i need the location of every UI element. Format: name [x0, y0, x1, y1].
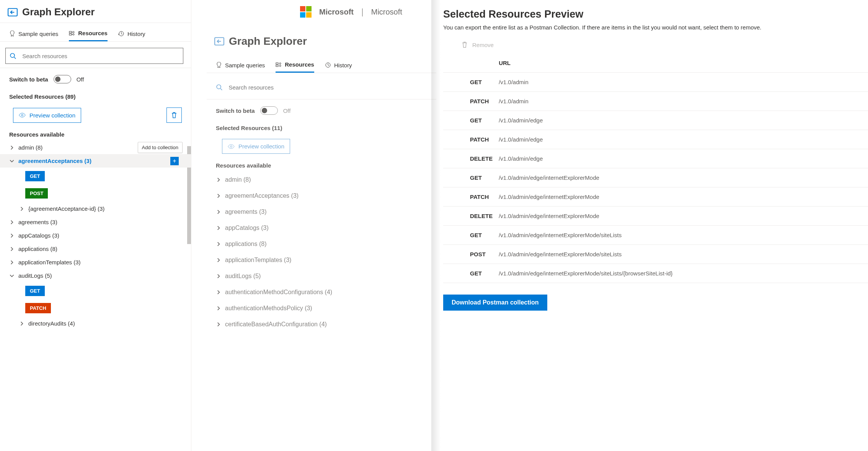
table-row[interactable]: PATCH/v1.0/admin/edge/internetExplorerMo… [443, 187, 868, 207]
remove-button[interactable]: Remove [443, 37, 868, 54]
panel-title: Graph Explorer [229, 35, 307, 47]
chevron-right-icon [216, 241, 221, 247]
svg-rect-13 [276, 65, 278, 67]
table-row[interactable]: GET/v1.0/admin [443, 73, 868, 92]
node-label: appCatalogs (3) [225, 225, 269, 231]
method-cell: PATCH [443, 92, 496, 111]
chevron-right-icon [216, 177, 221, 182]
selected-resources-title: Selected Resources (89) [0, 90, 191, 103]
tab-sample-queries: Sample queries [216, 61, 265, 73]
tree-node: authenticationMethodsPolicy (3) [207, 300, 436, 316]
tree-node[interactable]: applications (8) [0, 242, 191, 256]
tab-label: Sample queries [225, 62, 265, 68]
tree-node: auditLogs (5) [207, 268, 436, 284]
tree-node[interactable]: appCatalogs (3) [0, 229, 191, 242]
search-input[interactable] [16, 53, 179, 59]
url-cell: /v1.0/admin/edge/internetExplorerMode/si… [496, 226, 868, 245]
url-column-header: URL [496, 54, 868, 73]
chevron-right-icon [9, 233, 15, 238]
resources-tree: admin (8)agreementAcceptances (3)Add to … [0, 141, 191, 338]
url-cell: /v1.0/admin [496, 92, 868, 111]
table-row[interactable]: PATCH/v1.0/admin [443, 92, 868, 111]
tree-node: admin (8) [207, 172, 436, 188]
tab-resources[interactable]: Resources [69, 30, 108, 41]
tree-method-node[interactable]: POST [0, 185, 191, 202]
chevron-right-icon [19, 321, 24, 326]
beta-toggle-state: Off [77, 76, 84, 83]
button-label: Download Postman collection [452, 299, 539, 306]
chevron-right-icon [216, 274, 221, 279]
tree-node[interactable]: agreementAcceptances (3)Add to collectio… [0, 154, 191, 168]
tab-resources: Resources [276, 61, 314, 73]
tab-history: History [325, 61, 352, 73]
preview-title: Selected Resources Preview [443, 8, 868, 24]
tree-method-node[interactable]: GET [0, 282, 191, 300]
beta-toggle-state: Off [283, 107, 291, 114]
svg-point-8 [10, 54, 15, 58]
svg-point-4 [73, 34, 74, 35]
search-icon [216, 84, 222, 91]
download-postman-button[interactable]: Download Postman collection [443, 295, 547, 311]
node-label: agreementAcceptances (3) [225, 192, 299, 199]
table-row[interactable]: DELETE/v1.0/admin/edge [443, 149, 868, 168]
eye-icon [228, 144, 235, 149]
trash-icon [171, 112, 177, 119]
chevron-right-icon [216, 193, 221, 199]
rocket-icon [9, 31, 15, 37]
table-row[interactable]: POST/v1.0/admin/edge/internetExplorerMod… [443, 245, 868, 264]
delete-collection-button[interactable] [166, 107, 182, 123]
table-row[interactable]: GET/v1.0/admin/edge/internetExplorerMode… [443, 226, 868, 245]
tree-node: authenticationMethodConfigurations (4) [207, 284, 436, 300]
table-row[interactable]: GET/v1.0/admin/edge/internetExplorerMode [443, 168, 868, 187]
tree-method-node[interactable]: GET [0, 168, 191, 185]
url-cell: /v1.0/admin/edge/internetExplorerMode/si… [496, 264, 868, 283]
svg-point-17 [217, 85, 221, 89]
table-row[interactable]: GET/v1.0/admin/edge [443, 111, 868, 130]
method-cell: DELETE [443, 207, 496, 226]
beta-toggle [260, 106, 278, 115]
node-label: authenticationMethodConfigurations (4) [225, 289, 332, 296]
tree-node[interactable]: agreements (3) [0, 215, 191, 229]
table-row[interactable]: DELETE/v1.0/admin/edge/internetExplorerM… [443, 207, 868, 226]
node-label: directoryAudits (4) [28, 320, 75, 327]
url-cell: /v1.0/admin/edge/internetExplorerMode/si… [496, 245, 868, 264]
search-box[interactable] [5, 48, 183, 64]
method-cell: GET [443, 168, 496, 187]
tree-node[interactable]: directoryAudits (4) [0, 317, 191, 330]
tree-node[interactable]: applicationTemplates (3) [0, 256, 191, 269]
search-wrap [0, 42, 191, 68]
table-row[interactable]: GET/v1.0/admin/edge/internetExplorerMode… [443, 264, 868, 283]
preview-collection-button: Preview collection [222, 139, 290, 154]
node-label: auditLogs (5) [225, 273, 261, 280]
preview-collection-button[interactable]: Preview collection [13, 108, 81, 123]
add-tooltip: Add to collection [138, 142, 183, 153]
chevron-right-icon [9, 246, 15, 252]
tree-method-node[interactable]: PATCH [0, 300, 191, 317]
url-cell: /v1.0/admin/edge/internetExplorerMode [496, 187, 868, 207]
tab-sample-queries[interactable]: Sample queries [9, 30, 58, 41]
table-row[interactable]: PATCH/v1.0/admin/edge [443, 130, 868, 149]
svg-point-19 [230, 145, 232, 147]
tab-label: History [127, 31, 145, 37]
eye-icon [19, 112, 26, 118]
expand-icon [8, 8, 18, 16]
chevron-down-icon [9, 158, 15, 164]
chevron-right-icon [216, 209, 221, 215]
node-label: authenticationMethodsPolicy (3) [225, 305, 312, 312]
tree-node[interactable]: {agreementAcceptance-id} (3) [0, 202, 191, 215]
preview-subtitle: You can export the entire list as a Post… [443, 24, 868, 37]
add-to-collection-button[interactable]: + [170, 157, 179, 165]
rocket-icon [216, 62, 222, 68]
chevron-down-icon [9, 273, 15, 278]
tab-history[interactable]: History [118, 30, 145, 41]
search-icon [10, 52, 16, 59]
chevron-right-icon [9, 220, 15, 225]
graph-explorer-panel-background: Graph Explorer Sample queries Resources … [207, 0, 436, 451]
tree-node[interactable]: auditLogs (5) [0, 269, 191, 282]
svg-rect-2 [69, 34, 72, 35]
tab-label: History [334, 62, 352, 68]
tree-node: applications (8) [207, 236, 436, 252]
beta-toggle[interactable] [54, 75, 71, 83]
tree-node: appCatalogs (3) [207, 220, 436, 236]
method-badge: PATCH [25, 303, 51, 313]
